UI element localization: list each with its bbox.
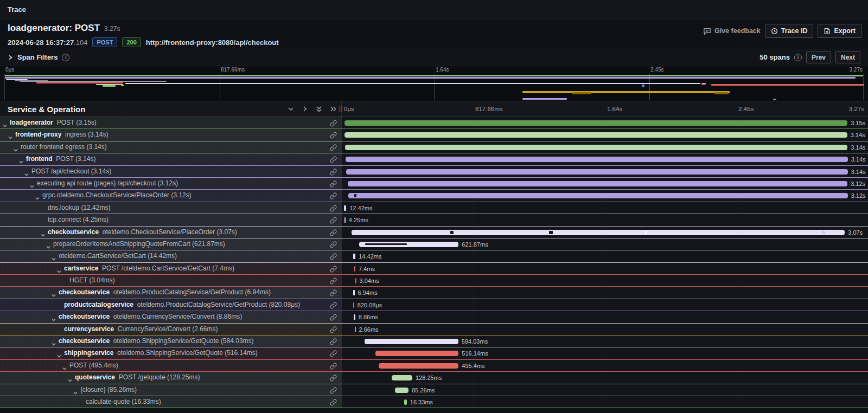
span-link-icon[interactable] (330, 265, 337, 274)
span-link-icon[interactable] (330, 277, 337, 286)
span-row[interactable]: {closure} (85.26ms)85.26ms (0, 384, 868, 396)
span-bar[interactable] (346, 169, 847, 175)
span-row[interactable]: HGET (3.04ms)3.04ms (0, 275, 868, 287)
span-link-icon[interactable] (330, 313, 337, 322)
span-bar[interactable] (346, 157, 847, 162)
span-name-cell[interactable]: checkoutservice oteldemo.ShippingService… (0, 335, 342, 347)
span-name-cell[interactable]: currencyservice CurrencyService/Convert … (0, 324, 342, 335)
span-row[interactable]: dns.lookup (12.42ms)12.42ms (0, 202, 868, 214)
span-name-cell[interactable]: POST (495.4ms) (0, 360, 342, 371)
span-link-icon[interactable] (330, 350, 337, 359)
span-row[interactable]: calculate-quote (16.33ms)16.33ms (0, 396, 868, 408)
span-name-cell[interactable]: tcp.connect (4.25ms) (0, 214, 342, 225)
next-button[interactable]: Next (835, 51, 860, 63)
span-link-icon[interactable] (330, 192, 337, 201)
span-link-icon[interactable] (330, 168, 337, 177)
row-expander-chevron-icon[interactable] (2, 121, 8, 128)
span-link-icon[interactable] (330, 119, 337, 128)
span-link-icon[interactable] (330, 301, 337, 311)
row-expander-chevron-icon[interactable] (62, 364, 67, 371)
span-bar[interactable] (348, 193, 848, 198)
span-name-cell[interactable]: oteldemo.CartService/GetCart (14.42ms) (0, 250, 342, 262)
span-row[interactable]: checkoutservice oteldemo.ShippingService… (0, 335, 868, 347)
span-filters-toggle[interactable]: Span Filters i (8, 53, 69, 61)
span-row[interactable]: checkoutservice oteldemo.CheckoutService… (0, 227, 868, 238)
span-bar[interactable] (344, 132, 847, 138)
span-bar[interactable] (359, 242, 458, 247)
span-bar[interactable] (344, 120, 847, 126)
row-expander-chevron-icon[interactable] (51, 315, 56, 322)
span-row[interactable]: POST (495.4ms)495.4ms (0, 360, 868, 372)
row-expander-chevron-icon[interactable] (56, 267, 62, 274)
span-row[interactable]: loadgenerator POST (3.15s)3.15s (0, 117, 868, 129)
collapse-children-icon[interactable] (288, 106, 294, 112)
row-expander-chevron-icon[interactable] (51, 254, 56, 262)
span-bar[interactable] (355, 327, 356, 332)
span-row[interactable]: router frontend egress (3.14s)3.14s (0, 141, 868, 153)
row-expander-chevron-icon[interactable] (73, 388, 78, 396)
span-link-icon[interactable] (330, 156, 337, 165)
row-expander-chevron-icon[interactable] (56, 351, 62, 359)
span-row[interactable]: executing api route (pages) /api/checkou… (0, 178, 868, 190)
span-row[interactable]: checkoutservice oteldemo.CurrencyService… (0, 311, 868, 323)
row-expander-chevron-icon[interactable] (8, 133, 13, 140)
span-link-icon[interactable] (330, 289, 337, 298)
span-bar[interactable] (348, 181, 848, 186)
minimap-span-map[interactable] (4, 74, 864, 100)
span-name-cell[interactable]: HGET (3.04ms) (0, 275, 342, 286)
span-name-cell[interactable]: shippingservice oteldemo.ShippingService… (0, 347, 342, 359)
span-link-icon[interactable] (330, 216, 337, 225)
row-expander-chevron-icon[interactable] (40, 230, 46, 238)
trace-minimap[interactable]: 0μs817.66ms1.64s2.45s3.27s (0, 66, 868, 101)
span-name-cell[interactable]: dns.lookup (12.42ms) (0, 202, 342, 214)
span-link-icon[interactable] (330, 241, 337, 250)
span-bar[interactable] (392, 375, 412, 380)
span-bar[interactable] (353, 302, 354, 308)
span-link-icon[interactable] (330, 180, 337, 189)
export-button[interactable]: Export (818, 24, 861, 38)
row-expander-chevron-icon[interactable] (18, 157, 24, 165)
span-bar[interactable] (352, 230, 845, 235)
row-expander-chevron-icon[interactable] (51, 291, 56, 298)
span-link-icon[interactable] (330, 229, 337, 238)
span-link-icon[interactable] (330, 338, 337, 347)
expand-all-icon[interactable] (330, 106, 337, 112)
span-bar[interactable] (379, 363, 458, 369)
span-name-cell[interactable]: frontend POST (3.14s) (0, 153, 342, 165)
give-feedback-link[interactable]: Give feedback (703, 27, 761, 35)
span-name-cell[interactable]: checkoutservice oteldemo.CurrencyService… (0, 311, 342, 322)
span-row[interactable]: oteldemo.CartService/GetCart (14.42ms)14… (0, 250, 868, 262)
span-bar[interactable] (404, 399, 407, 405)
span-row[interactable]: currencyservice CurrencyService/Convert … (0, 324, 868, 335)
span-row[interactable]: POST /api/checkout (3.14s)3.14s (0, 166, 868, 178)
span-bar[interactable] (375, 351, 458, 356)
span-bar[interactable] (344, 205, 346, 211)
span-name-cell[interactable]: cartservice POST /oteldemo.CartService/G… (0, 263, 342, 274)
span-row[interactable]: frontend-proxy ingress (3.14s)3.14s (0, 129, 868, 141)
collapse-all-icon[interactable] (316, 106, 322, 113)
span-link-icon[interactable] (330, 144, 337, 153)
span-name-cell[interactable]: calculate-quote (16.33ms) (0, 396, 342, 408)
row-expander-chevron-icon[interactable] (67, 376, 73, 383)
span-row[interactable]: frontend POST (3.14s)3.14s (0, 153, 868, 165)
span-name-cell[interactable]: grpc.oteldemo.CheckoutService/PlaceOrder… (0, 190, 342, 201)
span-name-cell[interactable]: quoteservice POST /getquote (128.25ms) (0, 372, 342, 383)
span-bar[interactable] (353, 290, 355, 295)
row-expander-chevron-icon[interactable] (51, 339, 56, 347)
span-row[interactable]: tcp.connect (4.25ms)4.25ms (0, 214, 868, 226)
span-link-icon[interactable] (330, 374, 337, 383)
span-bar[interactable] (345, 145, 847, 150)
span-name-cell[interactable]: productcatalogservice oteldemo.ProductCa… (0, 299, 342, 311)
span-bar[interactable] (354, 266, 355, 272)
span-bar[interactable] (395, 388, 409, 393)
row-expander-chevron-icon[interactable] (46, 242, 51, 250)
span-bar[interactable] (353, 254, 355, 259)
span-link-icon[interactable] (330, 131, 337, 140)
span-name-cell[interactable]: frontend-proxy ingress (3.14s) (0, 129, 342, 140)
span-bar[interactable] (344, 217, 346, 223)
span-name-cell[interactable]: executing api route (pages) /api/checkou… (0, 178, 342, 189)
span-link-icon[interactable] (330, 386, 337, 396)
row-expander-chevron-icon[interactable] (24, 170, 29, 177)
span-row[interactable]: quoteservice POST /getquote (128.25ms)12… (0, 372, 868, 384)
span-link-icon[interactable] (330, 326, 337, 335)
